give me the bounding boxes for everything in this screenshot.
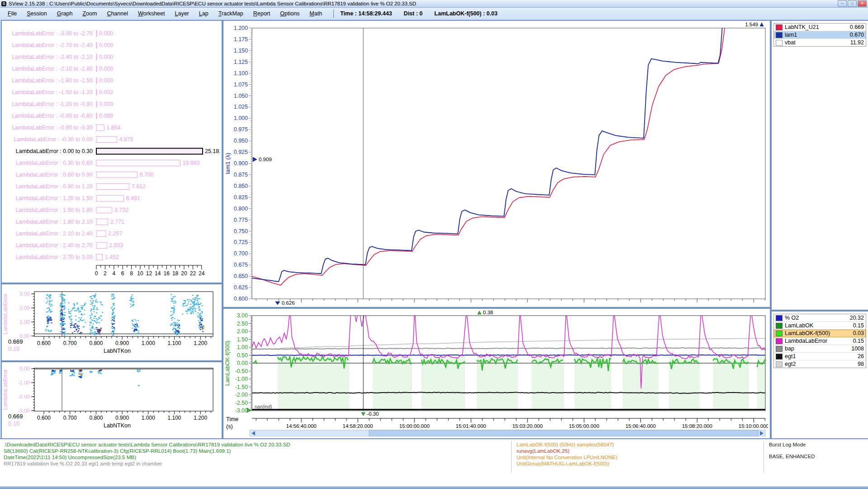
svg-text:14: 14: [155, 270, 161, 277]
histogram-panel[interactable]: LambdaLabError : -3.00 to -2.700.000Lamb…: [1, 20, 223, 283]
histogram-row[interactable]: LambdaLabError : -1.20 to -0.900.000: [12, 101, 113, 107]
histogram-row[interactable]: LambdaLabError : 0.90 to 1.207.812: [16, 183, 146, 190]
histogram-row[interactable]: LambdaLabError : 2.70 to 3.001.452: [16, 254, 119, 260]
histogram-value: 1.452: [105, 254, 119, 260]
svg-text:0: 0: [95, 270, 98, 277]
channel-row[interactable]: egt126: [774, 353, 866, 360]
menu-item-lap[interactable]: Lap: [194, 9, 213, 18]
histogram-bar: [96, 184, 129, 190]
maximize-button[interactable]: □: [848, 0, 857, 7]
histogram-row[interactable]: LambdaLabError : -3.00 to -2.700.000: [12, 30, 113, 37]
svg-text:0.900: 0.900: [115, 415, 129, 421]
menu-item-worksheet[interactable]: Worksheet: [133, 9, 170, 18]
menu-item-session[interactable]: Session: [22, 9, 52, 18]
svg-text:1.549: 1.549: [745, 22, 758, 27]
histogram-value: 0.002: [99, 89, 113, 96]
histogram-row[interactable]: LambdaLabError : -2.70 to -2.400.000: [12, 42, 113, 48]
histogram-row[interactable]: LambdaLabError : 1.50 to 1.803.732: [16, 207, 128, 213]
channel-row[interactable]: LambdaLabError0.15: [774, 337, 866, 345]
bottom-chart-plot[interactable]: -3.00-2.50-2.00-1.50-1.00-0.500.000.501.…: [223, 309, 768, 436]
svg-text:0.600: 0.600: [234, 296, 248, 302]
histogram-plot[interactable]: LambdaLabError : -3.00 to -2.700.000Lamb…: [2, 21, 220, 281]
channel-row[interactable]: LamLabOK0.15: [774, 322, 866, 330]
svg-text:3.00: 3.00: [237, 312, 248, 319]
histogram-value: 9.700: [140, 172, 154, 178]
svg-text:0.00: 0.00: [237, 360, 248, 366]
histogram-row[interactable]: LambdaLabError : -0.30 to 0.004.875: [14, 136, 133, 143]
histogram-row[interactable]: LambdaLabError : 0.60 to 0.909.700: [16, 172, 154, 178]
histogram-row[interactable]: LambdaLabError : 1.20 to 1.506.491: [16, 195, 140, 201]
svg-text:-2.00: -2.00: [235, 392, 248, 398]
channel-value: 0.15: [853, 322, 864, 329]
time-scrollbar[interactable]: [250, 430, 765, 436]
time-axis: 14:56:40.00014:58:20.00015:00:00.00015:0…: [252, 418, 768, 429]
svg-text:LambdaLabError : 0.00 to 0.30: LambdaLabError : 0.00 to 0.30: [16, 148, 93, 154]
menu-item-trackmap[interactable]: TrackMap: [213, 9, 248, 18]
menu-item-options[interactable]: Options: [275, 9, 304, 18]
channel-row[interactable]: egt298: [774, 360, 866, 368]
nan-label: nan(ind): [255, 404, 272, 409]
svg-text:0.600: 0.600: [37, 340, 51, 346]
x-axis-label: LabNTKon: [104, 348, 131, 354]
main-chart-panel[interactable]: 0.6000.6250.6500.6750.7000.7250.7500.775…: [223, 20, 771, 308]
status-divider-2: [764, 441, 764, 473]
channel-row[interactable]: vbat11.92: [774, 39, 866, 46]
status-line: UnitGroup(MATHUG-LamLabOK-f(500)): [517, 460, 617, 467]
menu-item-layer[interactable]: Layer: [170, 9, 194, 18]
histogram-row[interactable]: LambdaLabError : 0.30 to 0.6019.883: [16, 160, 200, 166]
menu-item-graph[interactable]: Graph: [52, 9, 78, 18]
scatter-bottom-panel[interactable]: LambdaLabError0.00-1.00-2.00-3.000.6000.…: [1, 361, 223, 439]
status-line: Unit(Internal No Converstion LPUnit,NONE…: [517, 454, 617, 460]
time-axis-label: Time: [226, 416, 238, 422]
channel-list-top: LabNTK_U210.669lam10.670vbat11.92: [773, 23, 866, 47]
svg-text:1.100: 1.100: [167, 340, 181, 346]
svg-text:0.800: 0.800: [89, 340, 103, 346]
scatter-top-panel[interactable]: LambdaLabError3.002.001.000.000.6000.700…: [1, 283, 223, 361]
svg-text:2.50: 2.50: [237, 321, 248, 327]
svg-text:-1.00: -1.00: [235, 376, 248, 382]
histogram-row[interactable]: LambdaLabError : -2.40 to -2.100.000: [12, 54, 113, 60]
svg-text:0.725: 0.725: [234, 239, 248, 245]
histogram-row[interactable]: LambdaLabError : -1.50 to -1.200.002: [12, 89, 113, 96]
min-value-marker: 0.626: [275, 300, 295, 305]
histogram-row[interactable]: LambdaLabError : -0.90 to -0.600.069: [12, 113, 113, 119]
close-button[interactable]: ✕: [858, 0, 867, 7]
channel-row[interactable]: LamLabOK-f(500)0.03: [774, 330, 866, 337]
main-chart-plot[interactable]: 0.6000.6250.6500.6750.7000.7250.7500.775…: [223, 21, 768, 305]
channel-list-bottom: % O220.32LamLabOK0.15LamLabOK-f(500)0.03…: [773, 314, 866, 368]
svg-text:1.125: 1.125: [234, 59, 248, 65]
histogram-row[interactable]: LambdaLabError : 0.00 to 0.3025.181: [16, 148, 220, 154]
y-axis-label: LamLabOK-f(500): [224, 340, 231, 386]
menu-item-math[interactable]: Math: [304, 9, 327, 18]
minimize-button[interactable]: ─: [838, 0, 847, 7]
histogram-row[interactable]: LambdaLabError : -2.10 to -1.800.000: [12, 66, 113, 72]
menu-item-file[interactable]: File: [3, 9, 22, 18]
scatter-top-plot[interactable]: LambdaLabError3.002.001.000.000.6000.700…: [2, 284, 220, 359]
menu-item-report[interactable]: Report: [248, 9, 275, 18]
channel-row[interactable]: LabNTK_U210.669: [774, 24, 866, 31]
scatter-bottom-plot[interactable]: LambdaLabError0.00-1.00-2.00-3.000.6000.…: [2, 362, 220, 436]
histogram-value: 19.883: [183, 160, 200, 166]
channel-value: 20.32: [850, 315, 864, 321]
svg-text:LambdaLabError : 1.20 to 1.50: LambdaLabError : 1.20 to 1.50: [16, 195, 93, 201]
channel-row[interactable]: lam10.670: [774, 31, 866, 39]
svg-text:1.200: 1.200: [194, 415, 207, 421]
histogram-bar: [96, 90, 97, 96]
histogram-row[interactable]: LambdaLabError : 2.40 to 2.702.503: [16, 242, 123, 249]
plot-frame: [34, 368, 213, 411]
menu-item-zoom[interactable]: Zoom: [77, 9, 102, 18]
channel-row[interactable]: bap1008: [774, 345, 866, 353]
y-axis-label: LambdaLabError: [2, 293, 9, 334]
scrollbar-thumb[interactable]: [369, 430, 758, 436]
menu-item-channel[interactable]: Channel: [102, 9, 133, 18]
histogram-row[interactable]: LambdaLabError : -1.80 to -1.500.000: [12, 77, 113, 84]
svg-text:1.100: 1.100: [167, 415, 181, 421]
histogram-row[interactable]: LambdaLabError : 1.80 to 2.102.771: [16, 219, 124, 225]
histogram-row[interactable]: LambdaLabError : -0.60 to -0.301.854: [12, 125, 120, 131]
bottom-chart-panel[interactable]: -3.00-2.50-2.00-1.50-1.00-0.500.000.501.…: [223, 308, 771, 439]
channel-name: egt1: [785, 353, 858, 360]
channel-row[interactable]: % O220.32: [774, 314, 866, 322]
svg-text:-0.30: -0.30: [367, 411, 379, 417]
svg-text:-1.50: -1.50: [235, 384, 248, 390]
histogram-row[interactable]: LambdaLabError : 2.10 to 2.402.257: [16, 230, 123, 237]
